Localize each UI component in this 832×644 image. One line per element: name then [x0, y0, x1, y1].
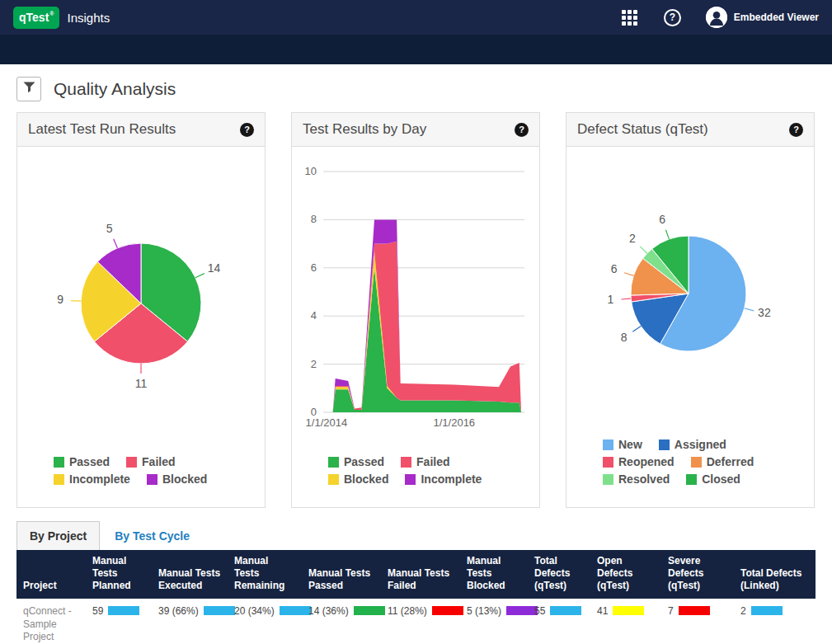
column-header-manual-tests-executed: Manual Tests Executed — [152, 550, 228, 599]
pie-value-label: 32 — [758, 306, 771, 319]
area-series-failed[interactable] — [333, 242, 521, 412]
card-help-icon[interactable]: ? — [789, 123, 803, 137]
cell-bar — [613, 606, 644, 615]
project-metrics-table: ProjectManual Tests PlannedManual Tests … — [16, 550, 816, 644]
tab-by-project[interactable]: By Project — [16, 521, 100, 550]
metric-cell: 7 — [661, 599, 734, 644]
area-chart-test-results-by-day: 02468101/1/20141/1/2016 — [292, 147, 541, 437]
chart-legend: NewAssignedReopenedDeferredResolvedClose… — [603, 438, 754, 486]
legend-swatch — [147, 474, 157, 485]
legend-row: PassedFailed — [54, 455, 176, 468]
column-header-total-defects-linked-: Total Defects (Linked) — [734, 550, 816, 599]
legend-label: Incomplete — [421, 472, 482, 486]
legend-label: Failed — [142, 455, 175, 468]
nav-right: ? Embedded Viewer — [620, 7, 819, 28]
pie-chart-latest-test-run-results: 141195 — [17, 147, 266, 435]
pie-label-line — [745, 308, 754, 311]
cell-value: 2 — [740, 605, 746, 617]
legend-swatch — [54, 457, 64, 468]
cell-bar — [354, 606, 385, 615]
card-defect-status-qtest: Defect Status (qTest) ? 3281626 NewAssig… — [566, 112, 815, 508]
cell-bar — [550, 606, 581, 615]
legend-label: Assigned — [675, 438, 726, 451]
pie-value-label: 2 — [629, 232, 636, 245]
cell-bar — [679, 606, 710, 615]
legend-item-incomplete[interactable]: Incomplete — [54, 472, 130, 486]
legend-swatch — [659, 440, 670, 450]
page-title: Quality Analysis — [54, 79, 176, 99]
cell-value: 11 (28%) — [388, 605, 427, 617]
pie-value-label: 6 — [659, 213, 665, 226]
legend-swatch — [401, 457, 411, 468]
card-test-results-by-day: Test Results by Day ? 02468101/1/20141/1… — [291, 112, 540, 508]
legend-item-assigned[interactable]: Assigned — [659, 438, 726, 451]
card-header: Defect Status (qTest) ? — [566, 113, 814, 147]
legend-label: Resolved — [618, 472, 670, 486]
pie-label-line — [665, 230, 669, 239]
legend-label: Deferred — [707, 455, 754, 468]
user-label: Embedded Viewer — [734, 12, 819, 23]
legend-swatch — [54, 474, 64, 485]
tab-by-test-cycle[interactable]: By Test Cycle — [100, 522, 204, 550]
legend-item-failed[interactable]: Failed — [126, 455, 175, 468]
column-header-manual-tests-planned: Manual Tests Planned — [86, 550, 152, 599]
user-menu[interactable]: Embedded Viewer — [706, 7, 819, 28]
legend-item-reopened[interactable]: Reopened — [603, 455, 675, 468]
legend-item-blocked[interactable]: Blocked — [328, 472, 388, 486]
table-tabs: By Project By Test Cycle — [16, 521, 816, 550]
pie-label-line — [632, 327, 641, 332]
column-header-severe-defects-qtest-: Severe Defects (qTest) — [661, 550, 734, 599]
cell-value: 14 (36%) — [308, 605, 349, 617]
legend-item-blocked[interactable]: Blocked — [147, 472, 207, 486]
card-help-icon[interactable]: ? — [515, 123, 529, 137]
project-name[interactable]: qConnect - Sample Project — [16, 599, 86, 644]
column-header-manual-tests-passed: Manual Tests Passed — [302, 550, 381, 599]
legend-row: NewAssigned — [603, 438, 726, 451]
column-header-manual-tests-blocked: Manual Tests Blocked — [460, 550, 528, 599]
card-latest-test-run-results: Latest Test Run Results ? 141195 PassedF… — [16, 112, 266, 508]
legend-item-failed[interactable]: Failed — [401, 455, 449, 468]
cell-bar — [280, 606, 311, 615]
legend-label: Passed — [344, 455, 384, 468]
column-header-open-defects-qtest-: Open Defects (qTest) — [590, 550, 661, 599]
metric-cell: 2 — [734, 599, 816, 644]
apps-grid-icon[interactable] — [620, 8, 639, 27]
pie-label-line — [114, 239, 118, 248]
metric-cell: 20 (34%) — [228, 599, 302, 644]
cell-value: 20 (34%) — [234, 605, 275, 617]
filter-funnel-icon — [23, 82, 35, 96]
pie-value-label: 5 — [106, 222, 113, 235]
legend-swatch — [686, 474, 697, 485]
chart-legend: PassedFailedBlockedIncomplete — [328, 455, 482, 486]
cell-value: 59 — [92, 605, 103, 617]
legend-item-passed[interactable]: Passed — [328, 455, 384, 468]
qtest-logo[interactable]: qTest® — [13, 7, 59, 29]
metric-cell: 11 (28%) — [381, 599, 460, 644]
legend-label: Incomplete — [69, 472, 130, 486]
legend-item-closed[interactable]: Closed — [686, 472, 740, 486]
y-tick-label: 8 — [311, 213, 317, 225]
legend-swatch — [328, 474, 339, 485]
card-help-icon[interactable]: ? — [240, 123, 254, 137]
legend-swatch — [328, 457, 339, 468]
legend-item-incomplete[interactable]: Incomplete — [405, 472, 482, 486]
legend-swatch — [603, 457, 613, 468]
title-row: Quality Analysis — [16, 77, 816, 101]
legend-label: Closed — [702, 472, 740, 486]
legend-label: Reopened — [618, 455, 675, 468]
filter-button[interactable] — [16, 77, 41, 101]
legend-row: ReopenedDeferred — [603, 455, 754, 468]
column-header-total-defects-qtest-: Total Defects (qTest) — [528, 550, 590, 599]
legend-item-resolved[interactable]: Resolved — [603, 472, 670, 486]
help-icon[interactable]: ? — [664, 9, 681, 26]
card-body: 02468101/1/20141/1/2016 PassedFailedBloc… — [292, 147, 539, 507]
legend-item-passed[interactable]: Passed — [54, 455, 110, 468]
legend-swatch — [405, 474, 416, 485]
chart-legend: PassedFailedIncompleteBlocked — [54, 455, 207, 486]
legend-item-new[interactable]: New — [603, 438, 642, 451]
sub-navbar — [0, 35, 832, 64]
pie-label-line — [71, 301, 81, 302]
card-title: Latest Test Run Results — [28, 121, 176, 138]
legend-item-deferred[interactable]: Deferred — [691, 455, 754, 468]
pie-label-line — [621, 298, 631, 299]
